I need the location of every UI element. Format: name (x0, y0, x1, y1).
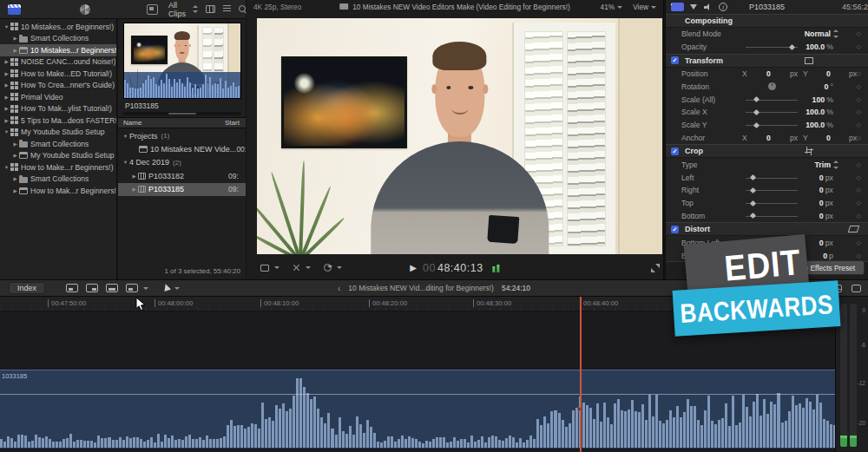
param-slider[interactable] (746, 216, 798, 217)
disclosure-right-icon[interactable]: ▶ (11, 141, 19, 147)
disclosure-down-icon[interactable]: ▼ (3, 165, 10, 170)
sidebar-item[interactable]: ▶How to Mak...r Beginners!) (0, 185, 116, 197)
index-button[interactable]: Index (9, 282, 45, 294)
column-start[interactable]: Start (225, 119, 246, 127)
column-name[interactable]: Name (118, 119, 225, 127)
disclosure-right-icon[interactable]: ▶ (11, 48, 19, 53)
param-y-value[interactable]: 0 (826, 134, 831, 142)
keyframe-icon[interactable]: ◇ (857, 134, 861, 141)
disclosure-down-icon[interactable]: ▼ (122, 160, 129, 165)
effects-inspector-icon[interactable] (690, 4, 697, 10)
param-slider[interactable] (746, 203, 798, 204)
clip-filmstrip-thumbnail[interactable] (123, 23, 241, 99)
zoom-level-dropdown[interactable]: 41% (601, 3, 623, 11)
param-value[interactable]: 100.0% (806, 121, 833, 129)
playhead-handle[interactable] (577, 407, 582, 411)
transform-overlay-dropdown[interactable] (260, 265, 279, 272)
browser-row[interactable]: 10 Mistakes NEW Vide...00: (118, 142, 246, 155)
disclosure-right-icon[interactable]: ▶ (3, 118, 10, 123)
disclosure-right-icon[interactable]: ▶ (3, 106, 10, 111)
effects-tools-dropdown[interactable] (293, 264, 311, 272)
keyframe-icon[interactable]: ◇ (857, 96, 861, 103)
disclosure-right-icon[interactable]: ▶ (11, 36, 19, 41)
inspector-section-header[interactable]: ✓Transform (666, 54, 868, 68)
sidebar-item[interactable]: ▼How to Make...r Beginners!) (0, 161, 116, 174)
disclosure-right-icon[interactable]: ▶ (3, 95, 10, 100)
disclosure-right-icon[interactable]: ▶ (3, 59, 10, 64)
search-icon[interactable] (239, 5, 246, 14)
tool-selector-dropdown[interactable] (162, 284, 180, 292)
param-x-value[interactable]: 0 (766, 69, 771, 78)
param-slider[interactable] (746, 112, 798, 113)
media-sidebar-icon[interactable] (8, 4, 21, 15)
keyframe-icon[interactable]: ◇ (857, 108, 861, 115)
browser-row[interactable]: ▶P103318209: (118, 169, 246, 182)
timeline-audio-clip[interactable]: 1033185 (0, 370, 835, 449)
keyframe-icon[interactable]: ◇ (857, 187, 861, 193)
sidebar-item[interactable]: ▶Smart Collections (0, 138, 116, 150)
audio-meters-mini[interactable] (493, 263, 500, 272)
param-slider[interactable] (746, 190, 798, 191)
audio-inspector-icon[interactable] (704, 3, 712, 10)
titles-generators-sidebar-icon[interactable] (147, 4, 158, 15)
play-button[interactable]: ▶ (410, 264, 417, 272)
disclosure-right-icon[interactable]: ▶ (130, 187, 138, 192)
connect-clip-icon[interactable] (66, 284, 78, 292)
retime-dropdown[interactable] (324, 264, 342, 272)
browser-row[interactable]: ▶P103318509: (118, 183, 246, 196)
sidebar-item[interactable]: ▼10 Mistakes...or Beginners!) (0, 21, 116, 33)
param-slider[interactable] (746, 100, 798, 101)
append-clip-icon[interactable] (106, 284, 118, 292)
sidebar-item[interactable]: ▶Primal Video (0, 91, 116, 103)
disclosure-right-icon[interactable]: ▶ (3, 71, 10, 76)
keyframe-icon[interactable]: ◇ (857, 161, 861, 168)
keyframe-icon[interactable]: ◇ (857, 30, 861, 37)
param-value[interactable]: 0px (819, 186, 833, 194)
inspector-section-header[interactable]: ✓Crop (666, 144, 868, 158)
disclosure-down-icon[interactable]: ▼ (3, 24, 10, 29)
timeline-back-chevron[interactable]: ‹ (338, 284, 340, 293)
keyframe-icon[interactable]: ◇ (857, 239, 861, 246)
disclosure-right-icon[interactable]: ▶ (11, 188, 19, 193)
volume-line[interactable] (0, 394, 835, 395)
clip-filter-dropdown[interactable]: All Clips (168, 1, 197, 18)
param-value[interactable]: Normal (805, 29, 833, 38)
filmstrip-scrollbar[interactable] (123, 112, 241, 115)
disclosure-right-icon[interactable]: ▶ (11, 176, 19, 181)
filmstrip-view-icon[interactable] (206, 5, 215, 13)
photos-audio-sidebar-icon[interactable] (80, 4, 90, 15)
keyframe-icon[interactable]: ◇ (857, 70, 861, 77)
sidebar-item[interactable]: ▶How To Mak...ylist Tutorial!) (0, 103, 116, 115)
keyframe-icon[interactable]: ◇ (857, 200, 861, 206)
browser-row[interactable]: ▼Projects(1) (118, 129, 246, 142)
checkbox-checked-icon[interactable]: ✓ (671, 56, 679, 64)
param-value[interactable]: 0px (819, 174, 833, 182)
sidebar-item[interactable]: ▼My Youtube Studio Setup (0, 127, 116, 139)
param-slider[interactable] (746, 47, 798, 48)
info-inspector-icon[interactable]: i (719, 3, 727, 11)
param-value[interactable]: 100.0% (806, 43, 833, 51)
param-y-value[interactable]: 0 (826, 69, 831, 78)
sidebar-item[interactable]: ▶10 Mistakes...r Beginners!) (0, 44, 116, 56)
sidebar-item[interactable]: ▶Smart Collections (0, 174, 116, 186)
keyframe-icon[interactable]: ◇ (857, 83, 861, 90)
sidebar-item[interactable]: ▶Smart Collections (0, 33, 116, 45)
keyframe-icon[interactable]: ◇ (857, 213, 861, 219)
sidebar-item[interactable]: ▶How to Make...ED Tutorial!) (0, 68, 116, 80)
inspector-section-header[interactable]: Compositing (666, 14, 868, 28)
disclosure-down-icon[interactable]: ▼ (3, 129, 10, 134)
param-value[interactable]: 0px (819, 199, 833, 207)
playhead[interactable] (580, 297, 582, 452)
list-view-icon[interactable] (223, 5, 232, 13)
view-menu[interactable]: View (633, 3, 656, 11)
browser-row[interactable]: ▼4 Dec 2019(2) (118, 156, 246, 169)
param-value[interactable]: 0p (823, 252, 833, 260)
keyframe-icon[interactable]: ◇ (857, 174, 861, 181)
param-value[interactable]: Trim (814, 160, 833, 169)
sidebar-item[interactable]: ▶How To Crea...nner's Guide) (0, 80, 116, 92)
sidebar-item[interactable]: ▶My Youtube Studio Setup (0, 150, 116, 162)
overwrite-clip-dropdown[interactable] (126, 284, 148, 292)
keyframe-icon[interactable]: ◇ (857, 252, 861, 259)
param-value[interactable]: 0px (819, 239, 833, 247)
checkbox-checked-icon[interactable]: ✓ (671, 226, 679, 233)
